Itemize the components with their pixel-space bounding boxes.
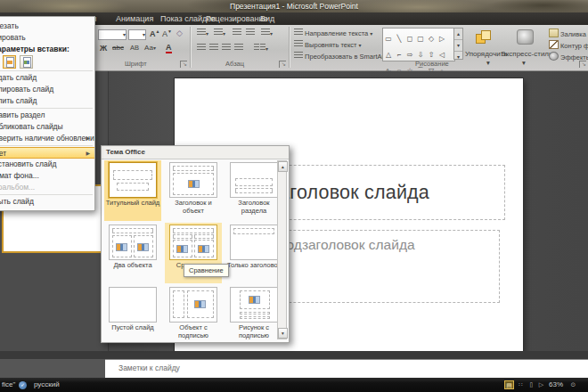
scroll-down-icon[interactable]: ▾	[454, 40, 462, 52]
paragraph-dialog-launcher[interactable]: ↘	[279, 61, 286, 68]
paste-keep-formatting-icon[interactable]	[3, 55, 16, 69]
justify-icon[interactable]	[234, 44, 243, 53]
text-direction-button[interactable]: Направление текста ▾	[294, 29, 372, 37]
scroll-up-icon[interactable]: ▴	[278, 161, 288, 172]
shape-icon[interactable]: ◻	[404, 34, 415, 44]
layout-blank[interactable]: Пустой слайд	[104, 285, 161, 346]
layout-title-only[interactable]: Только заголовок	[225, 223, 282, 283]
group-divider	[289, 27, 290, 68]
gallery-header: Тема Office	[102, 146, 289, 159]
window-title: Презентация1 - Microsoft PowerPoint	[0, 0, 588, 12]
shape-icon[interactable]: ▷	[437, 34, 447, 44]
quick-styles-caret[interactable]: ▾	[522, 59, 526, 67]
shape-icon[interactable]: △	[383, 50, 394, 60]
menu-item-delete-slide[interactable]: Удалить слайд	[0, 95, 94, 107]
shrink-font-button[interactable]: А▼	[162, 29, 172, 38]
layout-title-slide[interactable]: Титульный слайд	[104, 160, 161, 221]
columns-button[interactable]: ▾	[254, 44, 268, 53]
convert-smartart-button[interactable]: Преобразовать в SmartArt ▾	[294, 52, 390, 61]
tab-view[interactable]: Вид	[260, 12, 274, 25]
character-spacing-button[interactable]: АВ	[130, 44, 139, 52]
numbering-button[interactable]: ▾	[214, 29, 225, 37]
notes-pane[interactable]: Заметки к слайду	[105, 359, 588, 378]
proofing-icon[interactable]: ✓	[19, 381, 27, 389]
scroll-up-icon[interactable]: ▴	[454, 29, 462, 40]
group-divider	[190, 27, 191, 68]
change-case-button[interactable]: Аа▾	[144, 44, 156, 52]
strikethrough-button[interactable]: abc	[112, 44, 124, 52]
language-indicator[interactable]: русский	[34, 378, 60, 392]
view-slideshow-button[interactable]: ▷	[536, 380, 546, 389]
menu-item-cut[interactable]: Вырезать	[0, 20, 94, 32]
view-sorter-button[interactable]: ∷	[516, 380, 526, 389]
tab-review[interactable]: Рецензирование	[206, 12, 268, 25]
align-left-icon[interactable]	[197, 44, 206, 53]
align-text-button[interactable]: Выровнять текст ▾	[294, 40, 362, 49]
align-center-icon[interactable]	[209, 44, 218, 53]
drawing-group-label: Рисование	[415, 60, 449, 68]
grow-font-button[interactable]: А▲	[150, 29, 159, 38]
bullets-button[interactable]: ▾	[197, 29, 208, 37]
align-right-icon[interactable]	[222, 44, 231, 53]
menu-item-check-updates[interactable]: Проверить наличие обновлений▶	[0, 133, 94, 144]
shape-outline-button[interactable]: Контур фигу	[549, 40, 588, 50]
shape-icon[interactable]: ▢	[415, 34, 426, 44]
shapes-gallery[interactable]: ▭╲◻▢◇▷△⌐⇨⇩⇧◁∿○☆⌒▽◦	[382, 28, 455, 61]
fit-to-window-icon[interactable]: ⊙	[568, 380, 578, 389]
decrease-indent-icon[interactable]	[233, 29, 241, 37]
shape-fill-button[interactable]: Заливка фиг	[549, 29, 588, 38]
font-color-button[interactable]: А	[166, 43, 172, 53]
menu-header-paste-options: Параметры вставки:	[0, 44, 94, 55]
notes-splitter[interactable]	[0, 351, 588, 359]
shape-icon[interactable]: ⌐	[394, 50, 404, 60]
shape-icon[interactable]: ╲	[394, 34, 404, 44]
shape-effects-icon	[549, 52, 559, 61]
tab-animation[interactable]: Анимация	[116, 12, 153, 25]
increase-indent-icon[interactable]	[246, 29, 255, 37]
drawing-dialog-launcher[interactable]: ↘	[579, 61, 586, 68]
paste-picture-icon[interactable]	[20, 55, 33, 69]
gallery-scrollbar[interactable]: ▴ ▾	[277, 160, 287, 339]
layout-two-content[interactable]: Два объекта	[104, 223, 161, 283]
zoom-level[interactable]: 63%	[549, 378, 563, 392]
shape-icon[interactable]: ⇩	[415, 50, 426, 60]
clear-formatting-icon[interactable]: ◇	[176, 29, 183, 37]
shape-icon[interactable]: ◇	[426, 34, 437, 44]
menu-item-copy[interactable]: Копировать	[0, 32, 94, 44]
layout-title-content[interactable]: Заголовок и объект	[165, 160, 222, 221]
layout-thumb	[169, 225, 217, 260]
menu-item-hide-slide[interactable]: Скрыть слайд	[0, 196, 94, 208]
shape-icon[interactable]: ⇨	[404, 50, 415, 60]
arrange-caret[interactable]: ▾	[486, 59, 490, 67]
menu-item-format-background[interactable]: Формат фона...	[0, 170, 94, 182]
layout-content-caption[interactable]: Объект с подписью	[165, 285, 222, 346]
layout-picture-caption[interactable]: Рисунок с подписью	[225, 285, 282, 346]
line-spacing-button[interactable]: ▾	[261, 29, 273, 37]
view-normal-button[interactable]: ▤	[504, 380, 514, 389]
scroll-down-icon[interactable]: ▾	[278, 328, 288, 339]
menu-item-layout[interactable]: Макет▶	[0, 147, 94, 159]
shapes-scrollbar[interactable]: ▴ ▾ ▾	[453, 28, 463, 60]
font-size-combo[interactable]: ▾	[128, 29, 146, 40]
menu-item-reset-slide[interactable]: Восстановить слайд	[0, 159, 94, 170]
align-text-icon	[294, 40, 303, 48]
tooltip: Сравнение	[184, 264, 229, 277]
shape-icon[interactable]: ◁	[437, 50, 447, 60]
shapes-more-icon[interactable]: ▾	[454, 52, 462, 62]
shape-icon[interactable]: ⇧	[426, 50, 437, 60]
menu-item-publish-slides[interactable]: Опубликовать слайды	[0, 121, 94, 133]
layout-thumb	[109, 225, 157, 260]
menu-item-add-section[interactable]: Добавить раздел	[0, 110, 94, 121]
shape-icon[interactable]: ▭	[383, 34, 394, 44]
layout-thumb	[109, 287, 157, 323]
quick-styles-button[interactable]: Экспресс-стили	[501, 50, 553, 58]
view-reading-button[interactable]: ▯	[527, 380, 536, 389]
bold-button[interactable]: Ж	[100, 44, 107, 53]
font-dialog-launcher[interactable]: ↘	[180, 61, 187, 68]
layout-gallery: Тема Office Титульный слайд Заголовок и …	[101, 145, 290, 343]
layout-section-header[interactable]: Заголовок раздела	[225, 160, 282, 221]
menu-item-duplicate-slide[interactable]: Дублировать слайд	[0, 84, 94, 95]
font-name-combo[interactable]: ▾	[98, 29, 127, 40]
title-bar: Презентация1 - Microsoft PowerPoint	[0, 0, 588, 12]
menu-item-new-slide[interactable]: Создать слайд	[0, 72, 94, 84]
